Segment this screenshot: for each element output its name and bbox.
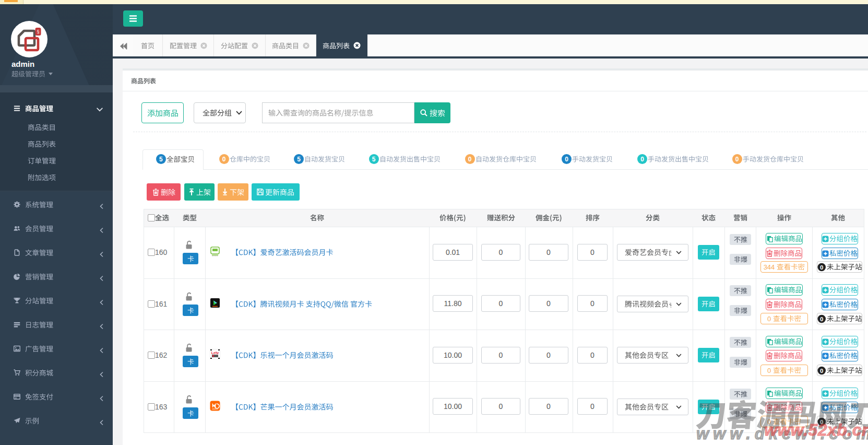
svg-text:Letv: Letv [211, 351, 219, 355]
svg-text:§: § [37, 29, 39, 34]
svg-text:0: 0 [820, 264, 823, 270]
svg-text:0: 0 [820, 315, 823, 322]
svg-text:0: 0 [820, 367, 823, 373]
